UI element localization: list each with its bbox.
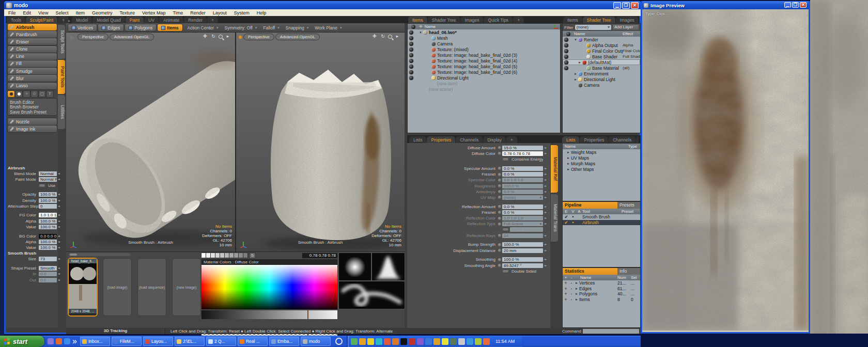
property-row[interactable]: BG Color 0.0 0.0 0.0 [8,233,57,239]
channel-dot-icon[interactable] [498,258,501,261]
stepper-icon[interactable] [544,242,548,247]
tray-icon[interactable] [367,338,374,345]
expand-arrow-icon[interactable]: ▼ [419,31,423,34]
panel-tab[interactable]: Images [616,17,639,23]
list-row[interactable]: ►Other Maps [563,166,640,172]
tray-icon[interactable] [417,338,424,345]
stepper-icon[interactable] [58,272,61,276]
channel-dot-icon[interactable] [498,249,501,252]
property-row[interactable]: Smoothing Angle 89.5247 ° [407,263,549,269]
channel-dot-icon[interactable] [498,264,501,267]
property-row[interactable] [8,188,57,192]
brush-tip-round[interactable] [8,91,14,97]
statistics-row[interactable]: + - ► Items 8 0 [563,297,640,303]
thumb-scrollbar[interactable] [69,253,131,256]
channel-dot-icon[interactable] [498,205,501,208]
property-row[interactable]: Fresnel 0.0 % [407,171,549,177]
layout-tab[interactable]: Sculpt/Paint [26,17,57,23]
viewport-active-icon[interactable] [239,36,242,39]
property-row[interactable]: Displacement Distance 20 mm [407,248,549,254]
paint-tool-button[interactable]: Fill [8,60,57,67]
toolbar-dropdown[interactable]: Snapping [283,24,312,31]
channel-dot-icon[interactable] [498,234,501,237]
statistics-row[interactable]: + - ► Polygons 40... ... [563,291,640,297]
toolbar-dropdown[interactable]: Action Center [184,24,222,31]
menu-item[interactable]: Render [190,10,206,15]
statistics-row[interactable]: + - ► Edges 61... ... [563,286,640,292]
property-row[interactable]: Conserve Energy [407,156,549,162]
value-gradient-bar[interactable] [202,310,337,319]
shader-tree-row[interactable]: ►Directional Light [563,76,640,82]
property-row[interactable]: Bump Strength 100.0 % [407,242,549,248]
stepper-icon[interactable] [58,198,61,203]
shader-tree-row[interactable]: Camera [563,82,640,88]
stepper-icon[interactable] [544,204,548,209]
stepper-icon[interactable] [544,233,548,238]
property-row[interactable]: Reflection Rays 64 [407,233,549,239]
selection-mode-button[interactable]: Polygons [125,24,156,31]
tracking-mode[interactable]: 3D Tracking [66,328,165,334]
expand-arrow-icon[interactable]: ► [574,292,579,295]
stepper-icon[interactable] [58,204,61,209]
property-row[interactable]: UV Map (none) [407,195,549,200]
material-vtab[interactable]: Material Ref [551,145,558,193]
new-image-cell[interactable]: (new image) [173,259,200,316]
expand-arrow-icon[interactable]: ► [567,151,571,154]
quick-launch-icon[interactable] [64,338,70,344]
layout-tab[interactable]: Render [184,17,207,23]
stepper-icon[interactable] [544,263,548,268]
statistics-row[interactable]: + - ► Vertices 21... ... [563,280,640,286]
info-button[interactable]: Info [617,268,640,275]
enabled-check-icon[interactable]: ✔ [563,220,570,225]
sidebar-vtab[interactable]: Sculpt Tools [58,25,65,59]
menu-item[interactable]: Layout [213,10,227,15]
channel-dot-icon[interactable] [498,217,501,220]
item-tree-row[interactable]: ▼head_06.lwo* [408,29,560,35]
stepper-icon[interactable] [544,172,548,177]
property-row[interactable]: Opacity 100.0 % [8,192,57,198]
stepper-icon[interactable] [544,151,548,156]
color-swatch[interactable] [202,253,206,258]
property-row[interactable]: Airbrush [8,165,57,171]
stepper-icon[interactable] [544,257,548,262]
expand-arrow-icon[interactable]: ► [574,281,579,285]
property-row[interactable] [8,230,57,233]
panel-tab[interactable]: Channels [456,136,483,143]
load-sequence-cell[interactable]: (load sequence) [138,259,166,316]
stepper-icon[interactable] [544,248,548,253]
taskbar-task[interactable]: Inbox... [80,337,110,346]
menu-item[interactable]: Vertex Map [142,10,166,15]
panel-tab[interactable]: Lists [409,136,426,143]
item-tree-row[interactable]: Texture: (mixed) [408,46,560,52]
menu-item[interactable]: Texture [119,10,135,15]
color-swatch[interactable] [206,253,210,258]
property-row[interactable]: Diffuse Color 0.78 0.78 0.78 [407,151,549,156]
item-tree-row[interactable]: Mesh [408,35,560,41]
shader-tree-row[interactable]: Base Material (all) [563,65,640,71]
stepper-icon[interactable] [58,219,61,224]
selection-mode-button[interactable]: Items [158,24,182,31]
plus-icon[interactable]: + [563,291,569,296]
menu-item[interactable]: Select [55,10,68,15]
stepper-icon[interactable] [58,192,61,197]
item-tree-row[interactable]: (new scene) [408,86,560,92]
pipeline-title[interactable]: Pipeline [563,202,617,209]
menu-item[interactable]: Item [75,10,85,15]
eye-icon[interactable] [409,36,413,40]
taskbar-task[interactable]: J:\EL... [175,337,205,346]
toggle-knob[interactable] [502,157,509,161]
taskbar-task[interactable]: FileM... [112,337,142,346]
enabled-check-icon[interactable]: ✔ [563,214,570,219]
panel-tab[interactable]: + [513,17,524,23]
close-button[interactable]: ✕ [631,2,639,9]
property-row[interactable]: Specular Color 1.0 1.0 1.0 [407,178,549,183]
minimize-button[interactable]: ▁ [784,2,791,8]
brush-link[interactable]: Brush Browser [10,104,55,109]
round-launcher-icon[interactable] [335,338,343,345]
menu-item[interactable]: Help [257,10,267,15]
color-swatch[interactable] [225,253,229,258]
panel-tab[interactable]: Channels [609,136,636,143]
menu-item[interactable]: Geometry [92,10,113,15]
tray-icon[interactable] [392,338,399,345]
expand-icon[interactable]: ▸ [394,34,400,39]
